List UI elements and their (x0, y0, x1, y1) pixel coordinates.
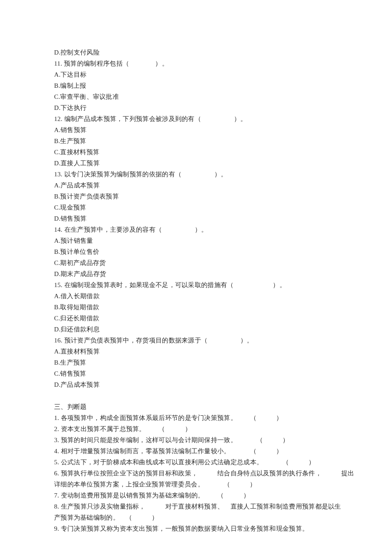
option-line: B.生产预算 (54, 357, 338, 368)
question-stem: 13. 以专门决策预算为编制预算的依据的有（ ）。 (54, 169, 338, 180)
question-stem: 11. 预算的编制程序包括（ ）。 (54, 58, 338, 69)
option-line: D.下达执行 (54, 102, 338, 113)
question-stem: 12. 编制产品成本预算，下列预算会被涉及到的有（ ）。 (54, 113, 338, 124)
question-stem: 16. 预计资产负债表预算中，存货项目的数据来源于（ ）。 (54, 335, 338, 346)
option-line: C.直接材料预算 (54, 147, 338, 158)
judgment-line: 9. 专门决策预算又称为资本支出预算，一般预算的数据要纳入日常业务预算和现金预算… (54, 523, 338, 534)
option-line: C.归还长期借款 (54, 313, 338, 324)
judgment-line: 5. 公式法下，对于阶梯成本和曲线成本可以直接利用公式法确定总成本。 （ ） (54, 457, 338, 468)
question-14: 14. 在生产预算中，主要涉及的容有（ ）。 A.预计销售量 B.预计单位售价 … (54, 224, 338, 279)
judgment-line: 6. 预算执行单位按照企业下达的预算目标和政策， 结合自身特点以及预算的执行条件… (54, 468, 338, 479)
judgment-line: 3. 预算的时间只能是按年编制，这样可以与会计期间保持一致。 （ ） (54, 434, 338, 446)
judgment-line: 产预算为基础编制的。 （ ） (54, 512, 338, 523)
judgment-line: 7. 变动制造费用预算是以销售预算为基础来编制的。 （ ） (54, 490, 338, 501)
section-header: 三、判断题 (54, 401, 338, 412)
option-line: B.预计单位售价 (54, 246, 338, 257)
question-12: 12. 编制产品成本预算，下列预算会被涉及到的有（ ）。 A.销售预算 B.生产… (54, 113, 338, 169)
option-line: B.预计资产负债表预算 (54, 191, 338, 202)
question-stem: 15. 在编制现金预算表时，如果现金不足，可以采取的措施有（ ）。 (54, 279, 338, 290)
judgment-line: 2. 资本支出预算不属于总预算。 （ ） (54, 423, 338, 434)
option-line: A.直接材料预算 (54, 346, 338, 357)
judgment-line: 4. 相对于增量预算法编制而言，零基预算法编制工作量较小。 （ ） (54, 446, 338, 457)
option-line: B.生产预算 (54, 135, 338, 147)
question-16: 16. 预计资产负债表预算中，存货项目的数据来源于（ ）。 A.直接材料预算 B… (54, 335, 338, 390)
option-line: B.取得短期借款 (54, 302, 338, 313)
option-line: A.产品成本预算 (54, 180, 338, 191)
option-line: D.期末产成品存货 (54, 268, 338, 279)
option-line: D.产品成本预算 (54, 379, 338, 390)
option-line: A.下达目标 (54, 69, 338, 80)
option-line: A.预计销售量 (54, 235, 338, 246)
option-line: D.归还借款利息 (54, 324, 338, 335)
option-line: A.销售预算 (54, 124, 338, 135)
section-gap (54, 390, 338, 401)
option-line: B.编制上报 (54, 80, 338, 91)
judgment-line: 详细的本单位预算方案，上报企业预算管理委员会。 （ ） (54, 479, 338, 490)
option-line: D.直接人工预算 (54, 158, 338, 169)
document-page: D.控制支付风险 11. 预算的编制程序包括（ ）。 A.下达目标 B.编制上报… (0, 0, 392, 551)
option-line: C.审查平衡、审议批准 (54, 91, 338, 102)
question-11: 11. 预算的编制程序包括（ ）。 A.下达目标 B.编制上报 C.审查平衡、审… (54, 58, 338, 113)
question-15: 15. 在编制现金预算表时，如果现金不足，可以采取的措施有（ ）。 A.借入长期… (54, 279, 338, 335)
option-line: C.期初产成品存货 (54, 257, 338, 268)
option-line: D.控制支付风险 (54, 47, 338, 58)
judgment-line: 8. 生产预算只涉及实物量指标， 对于直接材料预算、 直接人工预算和制造费用预算… (54, 501, 338, 512)
option-line: A.借入长期借款 (54, 290, 338, 302)
option-line: D.销售预算 (54, 213, 338, 224)
judgment-line: 1. 各项预算中，构成全面预算体系最后环节的是专门决策预算。 （ ） (54, 412, 338, 423)
question-stem: 14. 在生产预算中，主要涉及的容有（ ）。 (54, 224, 338, 235)
option-line: C.销售预算 (54, 368, 338, 379)
option-line: C.现金预算 (54, 202, 338, 213)
question-13: 13. 以专门决策预算为编制预算的依据的有（ ）。 A.产品成本预算 B.预计资… (54, 169, 338, 224)
